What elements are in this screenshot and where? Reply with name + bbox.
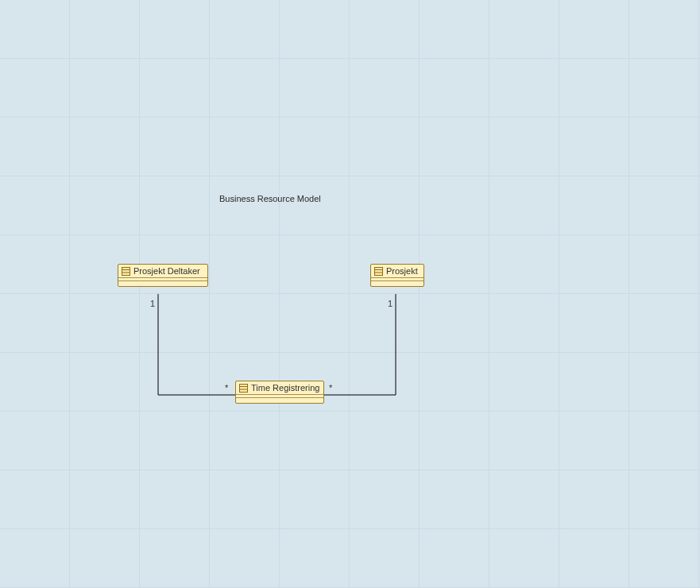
grid-background — [0, 0, 700, 588]
class-name-label: Time Registrering — [251, 383, 319, 393]
class-icon — [239, 384, 248, 393]
connectors — [0, 0, 700, 588]
operations-compartment — [236, 398, 323, 403]
class-header: Time Registrering — [236, 381, 323, 395]
class-name-label: Prosjekt Deltaker — [133, 266, 200, 277]
svg-rect-7 — [375, 268, 383, 276]
multiplicity-prosjekt-end: 1 — [388, 299, 393, 308]
class-icon — [374, 267, 383, 276]
class-time-registrering[interactable]: Time Registrering — [235, 381, 324, 404]
class-name-label: Prosjekt — [386, 266, 418, 277]
multiplicity-time-left-end: * — [225, 383, 228, 393]
class-header: Prosjekt — [371, 265, 423, 278]
class-prosjekt[interactable]: Prosjekt — [370, 264, 424, 287]
operations-compartment — [371, 281, 423, 286]
class-prosjekt-deltaker[interactable]: Prosjekt Deltaker — [118, 264, 208, 287]
class-header: Prosjekt Deltaker — [118, 265, 207, 278]
svg-rect-10 — [240, 385, 248, 393]
class-icon — [122, 267, 130, 276]
operations-compartment — [118, 281, 207, 286]
multiplicity-time-right-end: * — [329, 383, 332, 393]
diagram-title: Business Resource Model — [219, 194, 321, 203]
svg-rect-4 — [122, 268, 130, 276]
multiplicity-deltaker-end: 1 — [150, 299, 155, 308]
diagram-canvas[interactable]: Business Resource Model Prosjekt Deltake… — [0, 0, 700, 588]
